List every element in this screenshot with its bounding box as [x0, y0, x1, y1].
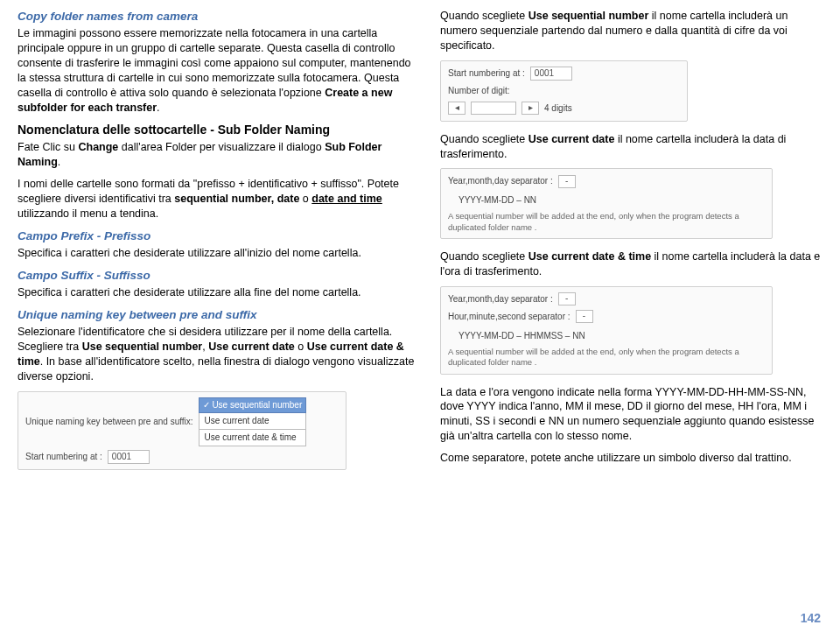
stepper-up-icon[interactable]: ▸ — [522, 102, 539, 115]
right-column: Quando scegliete Use sequential number i… — [440, 9, 826, 628]
text: Quando scegliete — [440, 133, 528, 145]
label-ymd-sep: Year,month,day separator : — [448, 174, 553, 188]
note-seq-dup: A sequential number will be added at the… — [448, 347, 765, 369]
panel-row: YYYY-MM-DD – NN — [448, 193, 765, 207]
text-bold: Use sequential number — [528, 10, 649, 22]
note-seq-dup: A sequential number will be added at the… — [448, 211, 765, 233]
field-start-numbering[interactable]: 0001 — [530, 67, 572, 81]
page-number: 142 — [801, 610, 821, 627]
panel-row: ◂ ▸ 4 digits — [448, 102, 680, 116]
dropdown-option[interactable]: Use current date — [199, 412, 307, 430]
panel-row: Year,month,day separator : - — [448, 292, 765, 306]
text: . In base all'identificatore scelto, nel… — [18, 355, 414, 383]
para-current-date: Quando scegliete Use current date il nom… — [440, 132, 826, 162]
para-seq-number: Quando scegliete Use sequential number i… — [440, 9, 826, 53]
heading-nomenclatura: Nomenclatura delle sottocartelle - Sub F… — [18, 122, 419, 138]
label-digits-value: 4 digits — [544, 102, 572, 116]
label-start-numbering: Start numbering at : — [448, 67, 525, 81]
text-bold: Use current date — [208, 341, 295, 353]
label-start-numbering: Start numbering at : — [25, 450, 102, 464]
page-root: Copy folder names from camera Le immagin… — [0, 0, 840, 632]
field-start-numbering[interactable]: 0001 — [108, 450, 150, 464]
label-hms-sep: Hour,minute,second separator : — [448, 310, 570, 324]
dropdown-selected[interactable]: ✓ Use sequential number — [199, 397, 307, 413]
para-current-datetime: Quando scegliete Use current date & time… — [440, 249, 826, 279]
text: dall'area Folder per visualizzare il dia… — [118, 141, 325, 153]
text: Quando scegliete — [440, 10, 528, 22]
panel-sequential: Start numbering at : 0001 Number of digi… — [440, 60, 688, 122]
panel-row: Unique naming key between pre and suffix… — [25, 397, 339, 446]
field-ymd-sep[interactable]: - — [558, 292, 576, 305]
panel-row: Number of digit: — [448, 84, 680, 98]
dropdown-option[interactable]: Use current date & time — [199, 429, 307, 446]
field-hms-sep[interactable]: - — [576, 310, 593, 323]
para-suffix: Specifica i caratteri che desiderate uti… — [18, 285, 419, 300]
heading-unique-key: Unique naming key between pre and suffix — [18, 307, 419, 323]
text: o — [295, 341, 307, 353]
panel-row: Start numbering at : 0001 — [448, 67, 680, 81]
heading-prefix: Campo Prefix - Prefisso — [18, 228, 419, 244]
text: Fate Clic su — [18, 141, 78, 153]
para-unique-key: Selezionare l'identificatore che si desi… — [18, 325, 419, 384]
panel-date: Year,month,day separator : - YYYY-MM-DD … — [440, 168, 773, 239]
para-copy-folder: Le immagini possono essere memorizzate n… — [18, 26, 419, 115]
label-unique-key: Unique naming key between pre and suffix… — [25, 415, 193, 429]
left-column: Copy folder names from camera Le immagin… — [18, 9, 419, 628]
text: Quando scegliete — [440, 250, 528, 263]
heading-copy-folder: Copy folder names from camera — [18, 9, 419, 25]
text-bold: Use sequential number — [82, 341, 203, 353]
label-date-pattern: YYYY-MM-DD – NN — [448, 193, 536, 207]
text-bold: Use current date — [528, 133, 615, 145]
label-ymd-sep: Year,month,day separator : — [448, 292, 553, 306]
panel-row: YYYY-MM-DD – HHMMSS – NN — [448, 329, 765, 343]
panel-unique-key-dropdown: Unique naming key between pre and suffix… — [18, 391, 346, 470]
panel-datetime: Year,month,day separator : - Hour,minute… — [440, 286, 773, 375]
progress-bar — [471, 102, 516, 115]
text: utilizzando il menu a tendina. — [18, 207, 158, 220]
panel-row: Year,month,day separator : - — [448, 174, 765, 188]
label-datetime-pattern: YYYY-MM-DD – HHMMSS – NN — [448, 329, 585, 343]
panel-row: Hour,minute,second separator : - — [448, 310, 765, 324]
text-bold-underline: date and time — [312, 193, 382, 205]
text: o — [299, 193, 312, 205]
text-bold: Change — [78, 141, 118, 153]
text: . — [58, 156, 60, 168]
stepper-down-icon[interactable]: ◂ — [448, 102, 466, 115]
para-prefix: Specifica i caratteri che desiderate uti… — [18, 246, 419, 261]
heading-suffix: Campo Suffix - Suffisso — [18, 268, 419, 284]
para-change: Fate Clic su Change dall'area Folder per… — [18, 140, 419, 170]
para-identifiers: I nomi delle cartelle sono formati da "p… — [18, 177, 419, 221]
text-bold: Use current date & time — [528, 250, 651, 263]
para-date-format-desc: La data e l'ora vengono indicate nella f… — [440, 385, 826, 445]
label-num-digits: Number of digit: — [448, 84, 510, 98]
field-ymd-sep[interactable]: - — [558, 175, 576, 188]
para-separator-note: Come separatore, potete anche utilizzare… — [440, 451, 826, 466]
text-bold: sequential number, date — [174, 193, 299, 205]
text: . — [157, 102, 159, 114]
panel-row: Start numbering at : 0001 — [25, 450, 339, 464]
